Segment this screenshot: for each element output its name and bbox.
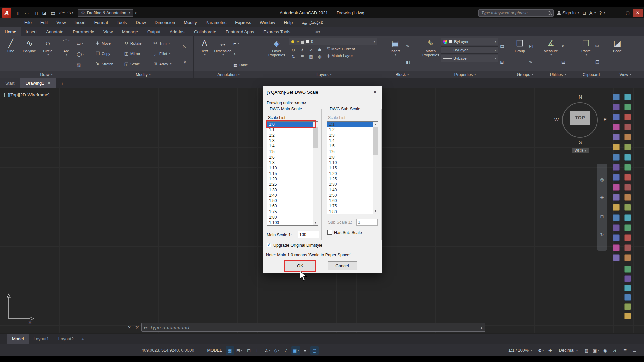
layer-off-icon[interactable]: ⊙ <box>289 48 298 52</box>
main-scale-option[interactable]: 1:100 <box>267 220 313 225</box>
command-close-icon[interactable]: ✕ <box>126 325 132 330</box>
tool-palette-icon[interactable] <box>624 244 631 251</box>
menu-insert[interactable]: Insert <box>70 18 90 27</box>
workspace-dropdown[interactable]: ⚙ Drafting & Annotation ▾ <box>78 9 133 17</box>
main-scale-option[interactable]: 1:80 <box>267 215 313 220</box>
ribbon-options-icon[interactable]: ▭▾ <box>315 27 320 36</box>
annotation-monitor-icon[interactable]: ✚ <box>546 346 554 355</box>
infer-constraints-icon[interactable]: ◻ <box>245 346 253 355</box>
sub-scale-scrollbar[interactable]: ▲ ▼ <box>373 122 378 214</box>
ellipse-tool-icon[interactable]: ◯▾ <box>77 51 84 57</box>
ribbon-tab-home[interactable]: Home <box>0 27 21 36</box>
main-scale-option[interactable]: 1:30 <box>267 187 313 193</box>
define-attribute-icon[interactable]: ◧ <box>406 59 413 65</box>
main-scale-option[interactable]: 1:25 <box>267 182 313 187</box>
centerline-icon[interactable]: ⌖ <box>233 52 236 57</box>
tool-palette-icon[interactable] <box>624 275 631 282</box>
upgrade-dimstyle-checkbox[interactable]: ✓ <box>267 243 271 247</box>
menu-help[interactable]: Help <box>280 18 298 27</box>
main-scale-option[interactable]: 1:75 <box>267 209 313 215</box>
copy-clip-icon[interactable]: ❐ <box>595 59 602 65</box>
app-store-cart-icon[interactable]: ⊔ <box>582 10 586 16</box>
sub-scale-option[interactable]: 1:4 <box>327 138 373 143</box>
tool-palette-icon[interactable] <box>613 214 620 221</box>
panel-label-draw[interactable]: Draw▾ <box>0 71 93 78</box>
copy-button[interactable]: ❐Copy <box>95 51 124 56</box>
tool-palette-icon[interactable] <box>613 174 620 181</box>
dimension-button[interactable]: ↔Dimension▾ <box>214 38 232 70</box>
sub-scale-option[interactable]: 1:2 <box>327 127 373 132</box>
file-tab-drawing1[interactable]: Drawing1✕ <box>20 78 56 88</box>
ribbon-tab-annotate[interactable]: Annotate <box>41 27 68 36</box>
tool-palette-icon[interactable] <box>624 285 631 291</box>
match-properties-button[interactable]: ✎ Match Properties <box>422 38 439 70</box>
paste-button[interactable]: ❒ Paste▾ <box>578 38 594 70</box>
layer-lock-icon[interactable]: ✱ <box>315 48 324 52</box>
tool-palette-icon[interactable] <box>624 164 631 171</box>
scroll-down-icon[interactable]: ▼ <box>373 208 378 214</box>
selection-cycling-icon[interactable]: ▢ <box>310 346 319 355</box>
object-color-dropdown[interactable]: ByLayer▾ <box>441 38 498 45</box>
sub-scale-option[interactable]: 1:3 <box>327 133 373 138</box>
tool-palette-icon[interactable] <box>613 144 620 150</box>
tool-palette-icon[interactable] <box>613 194 620 201</box>
polyline-button[interactable]: ∿Polyline <box>20 38 38 70</box>
ribbon-tab-parametric[interactable]: Parametric <box>68 27 99 36</box>
tool-palette-icon[interactable] <box>613 254 620 261</box>
layer-state-icon[interactable]: ≣ <box>298 54 307 59</box>
group-button[interactable]: ❑ Group <box>512 38 527 70</box>
undo-icon[interactable]: ↶▾ <box>58 9 66 17</box>
circle-button[interactable]: ○Circle▾ <box>39 38 57 70</box>
clean-screen-icon[interactable]: ▭ <box>630 346 639 355</box>
viewcube-south[interactable]: S <box>552 140 609 145</box>
ribbon-tab-collaborate[interactable]: Collaborate <box>189 27 221 36</box>
ungroup-icon[interactable]: ◰ <box>529 43 536 49</box>
sub-scale-option[interactable]: 1:60 <box>327 198 373 203</box>
plot-icon[interactable]: ▤ <box>49 9 57 17</box>
ok-button[interactable]: OK <box>285 261 315 271</box>
search-icon[interactable] <box>548 11 551 15</box>
tool-palette-icon[interactable] <box>624 204 631 211</box>
tool-palette-icon[interactable] <box>624 124 631 130</box>
arc-button[interactable]: ⌒Arc▾ <box>57 38 75 70</box>
main-scale-option[interactable]: 1:8 <box>267 160 313 165</box>
make-current-button[interactable]: ⇱Make Current <box>327 47 355 51</box>
close-tab-icon[interactable]: ✕ <box>47 81 50 85</box>
command-history-icon[interactable]: ▴ <box>481 326 482 329</box>
menu-format[interactable]: Format <box>90 18 112 27</box>
ribbon-tab-view[interactable]: View <box>99 27 117 36</box>
panel-label-annotation[interactable]: Annotation▾ <box>194 71 264 78</box>
tool-palette-icon[interactable] <box>613 104 620 110</box>
ribbon-tab-output[interactable]: Output <box>143 27 165 36</box>
workspace-gear-icon[interactable]: ⚙▾ <box>537 346 545 355</box>
explode-tool-icon[interactable]: ✳ <box>183 59 190 65</box>
lock-ui-icon[interactable]: ▣▾ <box>592 346 600 355</box>
dialog-close-icon[interactable]: ✕ <box>368 87 382 97</box>
tool-palette-icon[interactable] <box>613 234 620 241</box>
match-layer-button[interactable]: ◎Match Layer <box>327 53 355 58</box>
ribbon-tab-featured-apps[interactable]: Featured Apps <box>221 27 259 36</box>
trim-button[interactable]: ✂Trim▾ <box>153 41 181 46</box>
sub-scale-option[interactable]: 1:80 <box>327 209 373 214</box>
linetype-dropdown[interactable]: ByLayer▾ <box>441 46 498 54</box>
layer-properties-button[interactable]: ◈ Layer Properties <box>266 38 287 70</box>
tool-palette-icon[interactable] <box>624 174 631 181</box>
sub-scale-option[interactable]: 1:25 <box>327 176 373 182</box>
viewcube-top-face[interactable]: TOP <box>570 111 590 125</box>
tool-palette-icon[interactable] <box>624 94 631 100</box>
layer-isolate-icon[interactable]: ☀ <box>298 48 307 52</box>
tool-palette-icon[interactable] <box>624 144 631 150</box>
close-button[interactable]: ✕ <box>633 9 643 17</box>
sub-scale-option[interactable]: 1:30 <box>327 182 373 187</box>
layout-tab-model[interactable]: Model <box>7 334 29 344</box>
main-scale-option[interactable]: 1:4 <box>267 143 313 149</box>
viewcube-west[interactable]: W <box>554 117 559 122</box>
layout-tab-layout1[interactable]: Layout1 <box>29 334 53 344</box>
menu-parametric[interactable]: Parametric <box>201 18 231 27</box>
command-grip-icon[interactable]: ⣿ <box>123 325 125 330</box>
viewcube-east[interactable]: E <box>604 117 607 122</box>
main-scale-option[interactable]: 1:60 <box>267 203 313 209</box>
menu-express[interactable]: Express <box>231 18 255 27</box>
viewcube-north[interactable]: N <box>552 94 609 100</box>
help-menu[interactable]: ?▾ <box>599 10 605 16</box>
